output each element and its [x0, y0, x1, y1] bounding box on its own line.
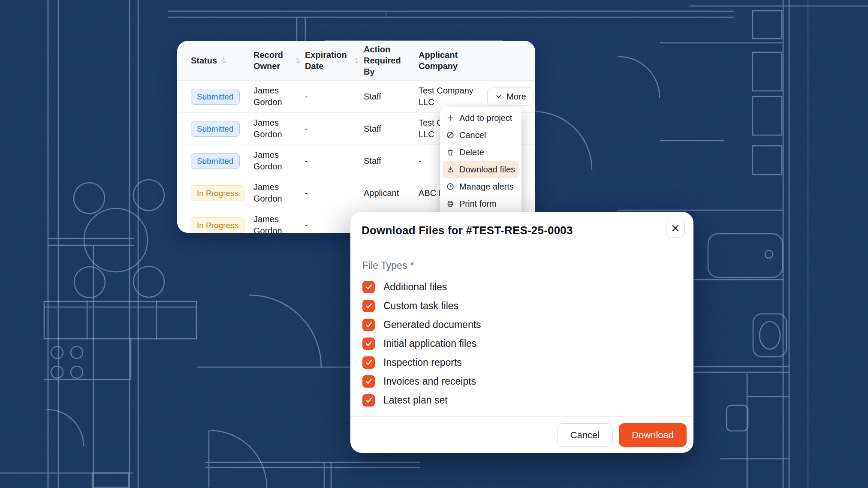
status-cell: Submitted	[191, 121, 253, 137]
sort-icon[interactable]	[295, 56, 301, 65]
file-type-option[interactable]: Latest plan set	[362, 391, 681, 410]
record-owner-cell: James Gordon	[253, 117, 305, 140]
checkbox-checked-icon[interactable]	[362, 281, 375, 293]
action-required-by-cell: Staff	[364, 123, 419, 135]
expiration-date-cell: -	[305, 91, 364, 102]
expiration-date-cell: -	[305, 155, 364, 167]
sort-icon[interactable]	[354, 56, 359, 65]
status-badge: Submitted	[191, 89, 240, 105]
download-icon	[446, 165, 455, 174]
record-owner-cell: James Gordon	[253, 181, 305, 205]
more-button[interactable]: More	[487, 87, 534, 105]
status-badge: In Progress	[191, 217, 244, 233]
action-required-by-cell: Applicant	[364, 187, 419, 199]
cancel-button[interactable]: Cancel	[557, 423, 613, 447]
cancel-icon	[446, 131, 455, 139]
more-actions-menu: Add to project Cancel Delete Download fi…	[440, 107, 521, 214]
column-header-label: Applicant Company	[419, 49, 464, 72]
screen: Status Record Owner Expiration Date Acti…	[0, 0, 868, 488]
menu-item-label: Manage alerts	[459, 182, 514, 192]
record-owner-cell: James Gordon	[253, 85, 305, 108]
alert-icon	[446, 182, 455, 191]
file-type-label: Latest plan set	[383, 395, 448, 406]
checkbox-checked-icon[interactable]	[362, 337, 375, 350]
close-icon	[671, 223, 680, 233]
menu-item[interactable]: Add to project	[443, 109, 519, 127]
action-required-by-cell: Staff	[364, 155, 419, 167]
file-type-label: Invoices and receipts	[383, 376, 476, 387]
chevron-down-icon	[495, 93, 503, 100]
file-type-option[interactable]: Custom task files	[362, 296, 681, 315]
column-header[interactable]: Expiration Date	[305, 49, 364, 72]
checkbox-checked-icon[interactable]	[362, 300, 375, 312]
checkbox-checked-icon[interactable]	[362, 394, 375, 407]
file-types-list: Additional files Custom task files Gener…	[362, 277, 681, 410]
file-type-option[interactable]: Additional files	[362, 277, 681, 296]
record-owner-cell: James Gordon	[253, 214, 305, 233]
file-type-option[interactable]: Inspection reports	[362, 353, 681, 372]
menu-item-label: Delete	[459, 148, 484, 157]
status-badge: In Progress	[191, 185, 244, 201]
file-type-label: Additional files	[383, 281, 447, 293]
status-badge: Submitted	[191, 153, 240, 169]
menu-item-label: Print form	[459, 199, 497, 209]
checkbox-checked-icon[interactable]	[362, 356, 375, 369]
status-cell: Submitted	[191, 153, 253, 169]
status-cell: In Progress	[191, 217, 253, 233]
modal-title: Download Files for #TEST-RES-25-0003	[362, 224, 659, 237]
plus-icon	[446, 114, 455, 122]
table-header-row: Status Record Owner Expiration Date Acti…	[177, 41, 535, 81]
file-type-label: Generated documents	[383, 319, 481, 331]
column-header[interactable]: Action Required By	[364, 44, 419, 77]
more-button-label: More	[506, 92, 526, 102]
record-owner-cell: James Gordon	[253, 149, 305, 172]
modal-body: File Types* Additional files Custom task…	[350, 249, 693, 416]
modal-header: Download Files for #TEST-RES-25-0003	[350, 212, 693, 249]
close-button[interactable]	[666, 219, 685, 238]
applicant-company-cell: Test Company LLC	[419, 85, 487, 108]
expiration-date-cell: -	[305, 187, 364, 199]
menu-item-label: Cancel	[459, 130, 486, 140]
column-header-label: Status	[191, 55, 217, 66]
status-cell: Submitted	[191, 89, 253, 105]
column-header-label: Expiration Date	[305, 49, 350, 72]
file-types-label: File Types*	[362, 260, 681, 271]
column-header[interactable]: Applicant Company	[419, 49, 487, 72]
column-header[interactable]: Record Owner	[253, 49, 305, 72]
download-button[interactable]: Download	[619, 423, 687, 447]
file-type-option[interactable]: Invoices and receipts	[362, 372, 681, 391]
checkbox-checked-icon[interactable]	[362, 375, 375, 388]
column-header-label: Action Required By	[364, 44, 409, 77]
trash-icon	[446, 148, 455, 157]
menu-item[interactable]: Delete	[443, 144, 519, 161]
column-header-label: Record Owner	[253, 49, 291, 72]
sort-icon[interactable]	[221, 56, 226, 65]
status-badge: Submitted	[191, 121, 240, 137]
action-required-by-cell: Staff	[364, 91, 419, 102]
menu-item[interactable]: Download files	[443, 161, 519, 178]
menu-item[interactable]: Cancel	[443, 127, 519, 144]
menu-item-label: Add to project	[459, 113, 512, 123]
menu-item[interactable]: Print form	[443, 195, 519, 212]
required-asterisk: *	[410, 260, 414, 271]
status-cell: In Progress	[191, 185, 253, 201]
file-type-option[interactable]: Generated documents	[362, 315, 681, 334]
expiration-date-cell: -	[305, 123, 364, 135]
file-type-label: Initial application files	[383, 338, 476, 349]
file-type-label: Custom task files	[383, 300, 458, 312]
menu-item-label: Download files	[459, 165, 515, 175]
row-actions-cell: More	[487, 87, 535, 105]
column-header[interactable]: Status	[191, 55, 253, 66]
menu-item[interactable]: Manage alerts	[443, 178, 519, 195]
download-files-modal: Download Files for #TEST-RES-25-0003 Fil…	[350, 212, 693, 453]
file-type-option[interactable]: Initial application files	[362, 334, 681, 353]
checkbox-checked-icon[interactable]	[362, 319, 375, 331]
printer-icon	[446, 199, 455, 208]
file-type-label: Inspection reports	[383, 357, 462, 368]
modal-footer: Cancel Download	[350, 416, 693, 453]
